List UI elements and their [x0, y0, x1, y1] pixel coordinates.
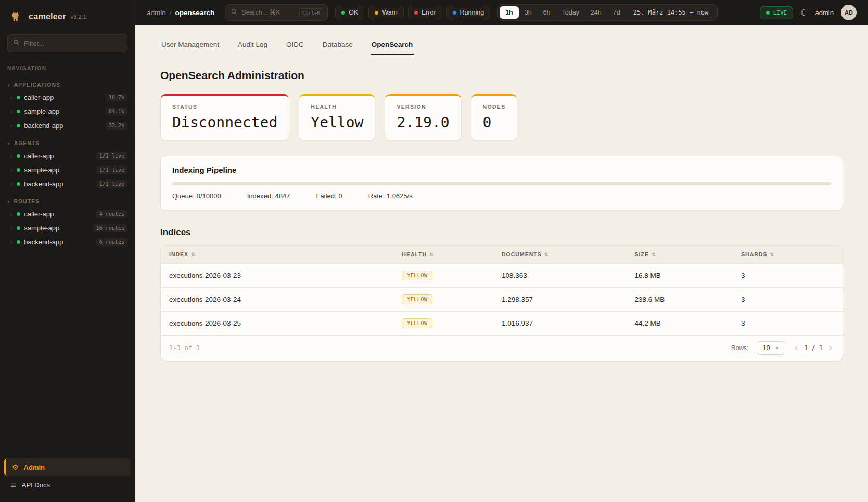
- cameleer-logo-icon: [9, 8, 24, 25]
- avatar[interactable]: AD: [841, 5, 857, 20]
- time-range-6h[interactable]: 6h: [538, 6, 556, 19]
- sidebar-item[interactable]: › caller-app 10.7k: [0, 91, 135, 105]
- status-dot-icon: [453, 11, 456, 15]
- app-version: v3.2.1: [71, 14, 86, 20]
- page-title: OpenSearch Administration: [160, 69, 843, 82]
- filter-pill-error[interactable]: Error: [408, 6, 442, 19]
- admin-tabs: User Management Audit Log OIDC Database …: [160, 36, 843, 55]
- tab-audit-log[interactable]: Audit Log: [237, 36, 269, 55]
- chevron-right-icon: ›: [10, 211, 13, 217]
- sidebar-item-label: Admin: [24, 464, 45, 471]
- cell-index: executions-2026-03-25: [169, 313, 402, 334]
- time-range-7d[interactable]: 7d: [607, 6, 626, 19]
- status-dot-icon: [17, 226, 20, 230]
- rows-per-page-value: 10: [762, 344, 770, 352]
- time-range-group: 1h 3h 6h Today 24h 7d 25. März 14:55 — n…: [497, 4, 718, 21]
- tab-oidc[interactable]: OIDC: [285, 36, 305, 55]
- next-page-button[interactable]: ›: [827, 343, 834, 353]
- prev-page-button[interactable]: ‹: [793, 343, 800, 353]
- column-header-index[interactable]: INDEX⇅: [169, 246, 402, 263]
- column-header-shards[interactable]: SHARDS⇅: [741, 246, 834, 263]
- gear-icon: ⚙: [12, 463, 19, 471]
- sidebar-item[interactable]: › backend-app 1/1 live: [0, 177, 135, 191]
- search-icon: [231, 8, 237, 17]
- column-header-health[interactable]: HEALTH⇅: [402, 246, 502, 263]
- sidebar-item[interactable]: › sample-app 1/1 live: [0, 163, 135, 177]
- cell-size: 44.2 MB: [635, 313, 741, 334]
- tab-opensearch[interactable]: OpenSearch: [371, 36, 414, 55]
- section-label: AGENTS: [14, 140, 40, 146]
- sidebar-item[interactable]: › caller-app 4 routes: [0, 207, 135, 221]
- chevron-down-icon: ▾: [776, 345, 778, 351]
- sidebar-item-label: API Docs: [22, 481, 50, 489]
- sidebar-item-admin[interactable]: ⚙ Admin: [4, 458, 131, 476]
- routes-badge: 6 routes: [96, 238, 127, 246]
- filter-input[interactable]: [24, 40, 122, 47]
- stat-label: HEALTH: [311, 104, 363, 110]
- time-range-3h[interactable]: 3h: [519, 6, 538, 19]
- table-footer: 1-3 of 3 Rows: 10 ▾ ‹ 1 / 1 ›: [161, 335, 843, 361]
- table-footer-controls: Rows: 10 ▾ ‹ 1 / 1 ›: [731, 341, 834, 355]
- rows-per-page-select[interactable]: 10 ▾: [757, 341, 784, 355]
- table-row[interactable]: executions-2026-03-25 YELLOW 1.016.937 4…: [161, 311, 843, 335]
- pipeline-stats: Queue:0/10000 Indexed:4847 Failed:0 Rate…: [172, 192, 831, 200]
- cell-health: YELLOW: [402, 288, 502, 311]
- stat-value: 0: [338, 192, 342, 200]
- filter-pill-label: Running: [460, 9, 484, 16]
- stat-value: 0: [483, 114, 506, 131]
- filter-pill-ok[interactable]: OK: [335, 6, 364, 19]
- table-row[interactable]: executions-2026-03-23 YELLOW 108.363 16.…: [161, 263, 843, 287]
- search-icon: [13, 38, 20, 48]
- pipeline-stat-failed: Failed:0: [316, 192, 344, 200]
- stat-card-nodes: NODES 0: [471, 94, 518, 141]
- time-range-24h[interactable]: 24h: [585, 6, 607, 19]
- tab-user-management[interactable]: User Management: [160, 36, 220, 55]
- sidebar-item[interactable]: › caller-app 1/1 live: [0, 149, 135, 163]
- rows-per-page-label: Rows:: [731, 344, 748, 352]
- section-header-routes[interactable]: ▾ ROUTES: [0, 196, 135, 207]
- global-search[interactable]: Ctrl+K: [225, 4, 328, 21]
- sidebar-item[interactable]: › backend-app 6 routes: [0, 235, 135, 249]
- collapse-caret-icon: ▾: [7, 141, 10, 146]
- sidebar-item[interactable]: › sample-app 16 routes: [0, 221, 135, 235]
- health-badge: YELLOW: [402, 271, 432, 280]
- status-dot-icon: [17, 182, 20, 186]
- time-display[interactable]: 25. März 14:55 — now: [626, 9, 716, 16]
- breadcrumb-parent[interactable]: admin: [147, 9, 166, 17]
- breadcrumb: admin / opensearch: [147, 9, 214, 17]
- cell-size: 16.8 MB: [635, 265, 741, 286]
- time-range-today[interactable]: Today: [556, 6, 585, 19]
- pipeline-stat-queue: Queue:0/10000: [172, 192, 223, 200]
- dark-mode-toggle[interactable]: ☾: [800, 8, 808, 18]
- time-range-1h[interactable]: 1h: [500, 6, 519, 19]
- column-header-size[interactable]: SIZE⇅: [635, 246, 741, 263]
- tab-database[interactable]: Database: [322, 36, 354, 55]
- section-header-agents[interactable]: ▾ AGENTS: [0, 138, 135, 149]
- filter-pill-running[interactable]: Running: [446, 6, 491, 19]
- main-area: admin / opensearch Ctrl+K OK Warn: [135, 0, 868, 502]
- section-header-applications[interactable]: ▾ APPLICATIONS: [0, 80, 135, 91]
- section-label: ROUTES: [14, 199, 40, 204]
- chevron-right-icon: ›: [10, 108, 13, 115]
- status-dot-icon: [341, 11, 345, 15]
- cell-documents: 108.363: [502, 265, 635, 286]
- filter-pill-label: Error: [422, 9, 436, 16]
- chevron-right-icon: ›: [10, 94, 13, 101]
- sort-icon: ⇅: [544, 252, 549, 258]
- column-header-documents[interactable]: DOCUMENTS⇅: [502, 246, 635, 263]
- section-routes: ▾ ROUTES › caller-app 4 routes › sample-…: [0, 196, 135, 249]
- sidebar: cameleer v3.2.1 NAVIGATION ▾ APPLICATION…: [0, 0, 135, 502]
- global-search-input[interactable]: [241, 9, 295, 16]
- stat-label: NODES: [483, 104, 506, 110]
- filter-pill-warn[interactable]: Warn: [368, 6, 403, 19]
- filter-pill-label: Warn: [382, 9, 397, 16]
- sidebar-item[interactable]: › backend-app 32.2k: [0, 119, 135, 133]
- cell-index: executions-2026-03-24: [169, 289, 402, 310]
- live-indicator[interactable]: LIVE: [760, 6, 794, 19]
- sidebar-item[interactable]: › sample-app 84.1k: [0, 105, 135, 119]
- sidebar-item-api-docs[interactable]: ≡ API Docs: [4, 476, 131, 494]
- table-row[interactable]: executions-2026-03-24 YELLOW 1.298.357 2…: [161, 287, 843, 311]
- chevron-right-icon: ›: [10, 122, 13, 129]
- sidebar-item-label: backend-app: [24, 180, 93, 188]
- column-label: DOCUMENTS: [502, 251, 542, 258]
